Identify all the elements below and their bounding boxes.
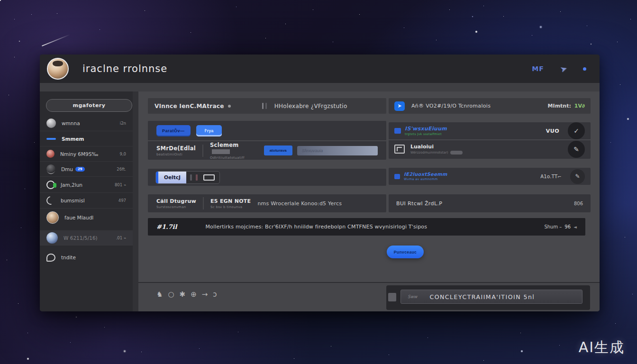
dark-sphere-avatar-icon	[46, 164, 55, 173]
vertical-divider	[203, 197, 204, 209]
sidebar-item-value: .01 ⌁	[116, 236, 126, 240]
logo-subtext: Wvma av asmnemm	[404, 177, 447, 181]
mf-button[interactable]: MF	[532, 65, 544, 73]
asterisk-icon[interactable]: ✱	[180, 291, 186, 298]
integration-row[interactable]: Lualoiui Wérzzodmuinnnotstar) ✎	[389, 140, 591, 158]
conversation-title: VInnce IenC.MAtrace	[155, 103, 224, 109]
field-group: Sclemem Odtritiiuttatotuatiff	[210, 142, 256, 160]
stat-card[interactable]: BUI Rtcwl ŽrdL.P 806	[389, 194, 591, 212]
action-button[interactable]: atoturava	[264, 146, 292, 155]
sidebar-search-button[interactable]: mgafotery	[46, 99, 132, 112]
field-subtitle: beatistiniiOisti	[156, 153, 196, 156]
info-card: Cäll Dtugruw Surstosconvman E5 EGN NOTE …	[148, 194, 386, 212]
status-strip: #1.7il Mollertirks mojcimes: Bcr'6IXF/h …	[148, 218, 585, 236]
integration-card-2[interactable]: IE2luoxtSeemm Wvma av asmnemm A1o.TT⌐ ✎	[389, 168, 591, 185]
metric-label: MImtnt:	[548, 103, 571, 109]
segment-selected[interactable]: OeltcJ	[156, 172, 186, 183]
segment-card: OeltcJ	[148, 169, 386, 186]
sidebar-item-invite[interactable]: tndite	[40, 248, 133, 266]
window-title: iraclne rrolnnse	[82, 63, 167, 74]
strip-right-value: 96	[564, 224, 571, 229]
user-avatar[interactable]	[47, 58, 69, 80]
pencil-button[interactable]: ✎	[570, 169, 585, 184]
knight-icon[interactable]: ♞	[156, 291, 163, 298]
target-icon[interactable]: ⊕	[191, 291, 197, 298]
sidebar-item-label: Smmem	[62, 136, 84, 142]
field-title: Sclemem	[210, 142, 256, 155]
bracket-icon[interactable]: ɔ	[213, 291, 217, 298]
arc-avatar-icon	[45, 194, 56, 206]
sidebar-item[interactable]: bumsmisl 497	[40, 193, 133, 209]
bottom-toolbar: ♞ ○ ✱ ⊕ → ɔ Sww CONCLEYCTRAIIMA'ITIOIN 5…	[138, 282, 600, 311]
logo-text: IS'wsxuEiuum	[405, 126, 447, 132]
logo-stack: IS'wsxuEiuum trgtets Jvk ssstalfmiet	[405, 126, 447, 136]
segment-bar[interactable]	[196, 174, 198, 181]
notification-dot	[583, 67, 586, 71]
segment-bar[interactable]	[190, 174, 192, 181]
row-title: Lualoiui	[410, 144, 463, 150]
sidebar-item-label: tndite	[61, 255, 76, 260]
photo-avatar-icon	[46, 211, 59, 224]
text-input[interactable]	[297, 146, 378, 155]
shooting-star	[42, 34, 70, 46]
info-subtitle: Sc bsv b tinounva	[210, 205, 251, 209]
primary-option-button[interactable]: ParatÔv—	[156, 125, 191, 136]
field-subtitle: Odtritiiuttatotuatiff	[210, 156, 256, 160]
main-topbar-right: ➤ Añ® VO2#/19/O Tcnromalois MImtnt: 1V∂	[389, 98, 591, 114]
sidebar-item-value: 26ft.	[117, 167, 126, 172]
starfield-bright	[0, 0, 1, 1]
ai-watermark: AI生成	[579, 338, 625, 357]
secondary-option-button[interactable]: f'rya	[196, 125, 222, 136]
app-window: iraclne rrolnnse MF ➤ mgafotery wmnna i2…	[40, 55, 600, 311]
panel-handle[interactable]	[388, 293, 396, 301]
sidebar-item-selected[interactable]: W 6211/5/16) .01 ⌁	[40, 230, 133, 246]
check-button[interactable]: ✓	[568, 122, 585, 139]
divider-bars	[262, 103, 267, 109]
ring-avatar-online-icon	[46, 181, 55, 189]
sidebar-item-label: Nminy 6M9S‰	[60, 151, 98, 157]
input-text: CONCLEYCTRAIIMA'ITIOIN 5nl	[429, 293, 535, 300]
submit-button[interactable]: Punvceauc	[387, 246, 424, 258]
sidebar-item[interactable]: Nminy 6M9S‰ 9,0	[40, 146, 133, 162]
sidebar-item-value: i2n	[120, 121, 126, 126]
red-avatar-icon	[46, 150, 55, 158]
input-prefix: Sww	[408, 294, 417, 299]
gray-tag	[212, 149, 230, 154]
vertical-divider	[202, 145, 203, 157]
sidebar-item[interactable]: Jam,2lun 801 ⌁	[40, 177, 133, 193]
logo-block-icon	[394, 174, 400, 179]
main-panel: VInnce IenC.MAtrace HHolexabre ¿VFrgzstu…	[138, 91, 600, 311]
integration-row[interactable]: IS'wsxuEiuum trgtets Jvk ssstalfmiet VUO…	[389, 122, 591, 140]
command-input[interactable]: Sww CONCLEYCTRAIIMA'ITIOIN 5nl	[400, 290, 582, 304]
scribble-button[interactable]: ✎	[568, 141, 585, 158]
sidebar-list: wmnna i2n Smmem Nminy 6M9S‰ 9,0 Dmu 29 2	[40, 115, 133, 266]
fields-row: SMrDe(Edlal beatistiniiOisti Sclemem Odt…	[148, 141, 386, 160]
sidebar-item-label: W 6211/5/16)	[64, 235, 98, 241]
send-icon[interactable]: ➤	[559, 63, 568, 74]
row-text-stack: Lualoiui Wérzzodmuinnnotstar)	[405, 144, 463, 155]
button-row: ParatÔv— f'rya	[148, 121, 386, 141]
strip-prefix: #1.7il	[156, 223, 177, 230]
sidebar-item[interactable]: Smmem	[40, 131, 133, 146]
segmented-control[interactable]: OeltcJ	[155, 171, 220, 184]
sidebar-item[interactable]: faue Mlaudl	[40, 209, 133, 227]
stat-title: BUI Rtcwl ŽrdL.P	[396, 200, 442, 207]
sidebar-item-value: 9,0	[119, 152, 126, 156]
window-header: iraclne rrolnnse MF ➤	[40, 55, 600, 83]
field-group: SMrDe(Edlal beatistiniiOisti	[156, 145, 196, 156]
topbar-link[interactable]: HHolexabre ¿VFrgzstutio	[274, 103, 347, 109]
row-subtitle: Wérzzodmuinnnotstar)	[410, 151, 463, 155]
info-col: E5 EGN NOTE Sc bsv b tinounva	[210, 198, 251, 209]
strip-right: Shum – 96 ◄	[544, 224, 577, 229]
metric-value: 1V∂	[574, 103, 585, 109]
command-panel: Sww CONCLEYCTRAIIMA'ITIOIN 5nl	[386, 285, 590, 310]
chat-bubble-icon	[46, 254, 55, 262]
sidebar-item-label: wmnna	[62, 120, 80, 126]
pin-icon[interactable]: ➤	[394, 101, 405, 111]
sidebar-item[interactable]: Dmu 29 26ft.	[40, 162, 133, 177]
pinned-title: Añ® VO2#/19/O Tcnromalois	[411, 103, 491, 109]
arrow-icon[interactable]: →	[202, 291, 208, 298]
field-title: SMrDe(Edlal	[156, 145, 196, 152]
sidebar-item[interactable]: wmnna i2n	[40, 115, 133, 131]
circle-icon[interactable]: ○	[168, 291, 174, 298]
